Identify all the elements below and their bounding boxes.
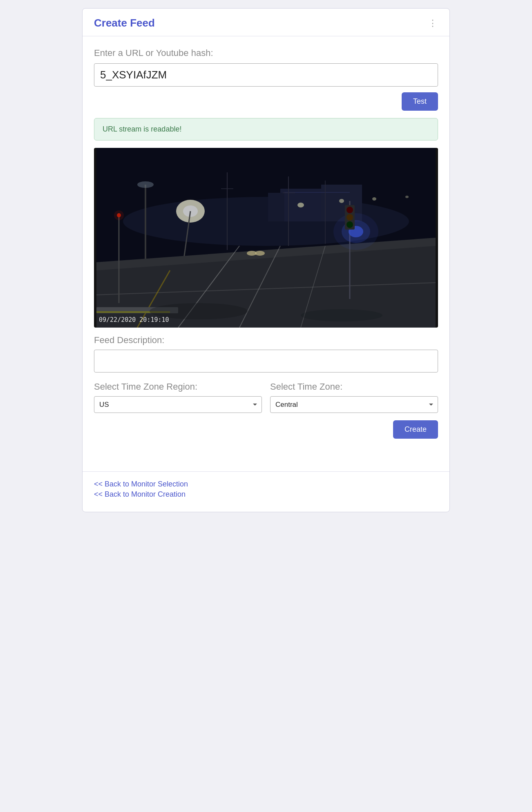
create-button-row: Create — [94, 420, 438, 439]
app-container: Create Feed ⋮ Enter a URL or Youtube has… — [82, 8, 450, 512]
url-label: Enter a URL or Youtube hash: — [94, 48, 438, 58]
header: Create Feed ⋮ — [83, 9, 449, 36]
test-button[interactable]: Test — [402, 92, 438, 111]
footer-links: << Back to Monitor Selection << Back to … — [83, 471, 449, 512]
url-input[interactable] — [94, 63, 438, 87]
create-button[interactable]: Create — [393, 420, 438, 439]
back-to-monitor-selection-link[interactable]: << Back to Monitor Selection — [94, 480, 438, 489]
test-button-row: Test — [94, 92, 438, 111]
back-to-monitor-creation-link[interactable]: << Back to Monitor Creation — [94, 490, 438, 499]
timezone-zone-select[interactable]: Central Eastern Mountain Pacific Alaska … — [270, 396, 438, 413]
camera-preview: 09/22/2020 20:19:10 — [94, 148, 438, 328]
timezone-row: Select Time Zone Region: US Europe Asia … — [94, 381, 438, 413]
camera-feed-svg — [94, 148, 438, 328]
svg-rect-44 — [96, 148, 436, 328]
camera-timestamp: 09/22/2020 20:19:10 — [99, 316, 169, 323]
feed-description-input[interactable] — [94, 350, 438, 373]
timezone-region-select[interactable]: US Europe Asia Africa Australia — [94, 396, 262, 413]
more-options-icon[interactable]: ⋮ — [428, 18, 438, 29]
timezone-region-col: Select Time Zone Region: US Europe Asia … — [94, 381, 262, 413]
timezone-zone-col: Select Time Zone: Central Eastern Mounta… — [270, 381, 438, 413]
feed-description-label: Feed Description: — [94, 335, 438, 346]
page-title: Create Feed — [94, 17, 155, 29]
success-banner: URL stream is readable! — [94, 118, 438, 141]
main-content: Enter a URL or Youtube hash: Test URL st… — [83, 36, 449, 471]
timezone-zone-label: Select Time Zone: — [270, 381, 438, 392]
timezone-region-label: Select Time Zone Region: — [94, 381, 262, 392]
